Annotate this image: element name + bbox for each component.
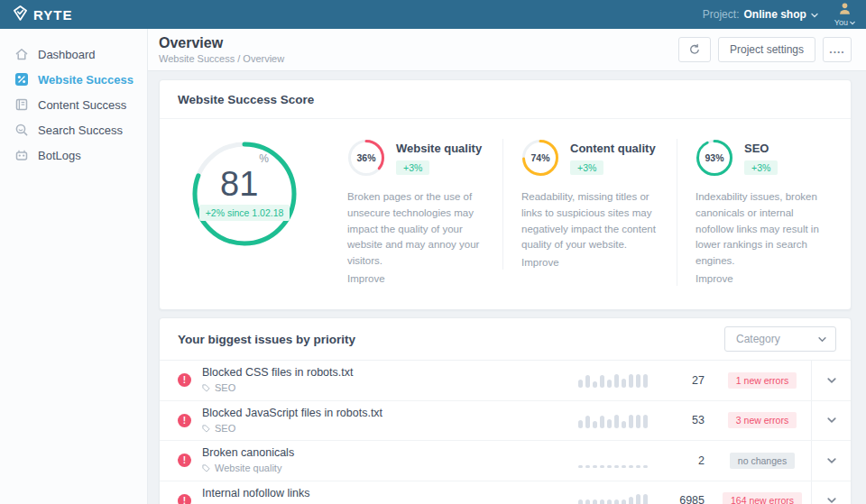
sidebar-item-website-success[interactable]: Website Success xyxy=(0,67,147,92)
expand-row-button[interactable] xyxy=(811,361,851,400)
improve-link[interactable]: Improve xyxy=(696,273,733,284)
chevron-down-icon xyxy=(850,21,855,25)
sidebar-item-label: Website Success xyxy=(38,73,134,87)
error-icon: ! xyxy=(178,414,191,427)
issues-card-title: Your biggest issues by priority xyxy=(178,333,355,346)
category-change-badge: +3% xyxy=(396,160,429,175)
sidebar-item-search-success[interactable]: Search Success xyxy=(0,117,147,142)
refresh-icon xyxy=(688,43,701,56)
sidebar-item-label: Content Success xyxy=(38,98,126,112)
project-label: Project: xyxy=(703,8,740,21)
more-button[interactable]: .... xyxy=(823,37,852,62)
issue-row-blocked-css[interactable]: ! Blocked CSS files in robots.txt SEO 27… xyxy=(160,361,851,401)
ryte-gem-icon xyxy=(13,5,28,24)
user-menu[interactable]: You xyxy=(834,2,855,27)
category-description: Broken pages or the use of unsecure tech… xyxy=(347,189,484,270)
sidebar-item-label: BotLogs xyxy=(38,149,81,162)
chevron-down-icon xyxy=(811,8,818,21)
issue-count: 2 xyxy=(658,454,705,467)
document-icon xyxy=(14,97,29,112)
seo-score: 93% xyxy=(696,139,733,177)
status-badge: 164 new errors xyxy=(723,492,802,504)
category-change-badge: +3% xyxy=(570,160,603,175)
category-change-badge: +3% xyxy=(744,160,778,175)
overall-score-value: 81 xyxy=(220,165,258,203)
issue-title: Blocked JavaScript files in robots.txt xyxy=(202,407,382,420)
issue-sparkline xyxy=(578,493,649,504)
sidebar-item-label: Dashboard xyxy=(38,48,96,61)
chevron-down-icon xyxy=(818,333,826,345)
error-icon: ! xyxy=(178,373,191,387)
issue-category: SEO xyxy=(215,423,235,435)
overall-score-change-badge: +2% since 1.02.18 xyxy=(199,205,290,221)
refresh-button[interactable] xyxy=(678,37,711,62)
sidebar-item-botlogs[interactable]: BotLogs xyxy=(0,142,147,168)
search-icon xyxy=(14,123,29,137)
project-settings-button[interactable]: Project settings xyxy=(718,37,815,62)
page-header: Overview Website Success / Overview Proj… xyxy=(148,29,866,71)
overall-score-ring: 81% +2% since 1.02.18 xyxy=(191,141,298,247)
overall-score: 81% +2% since 1.02.18 xyxy=(160,139,329,247)
website-quality-ring: 36% xyxy=(347,139,385,177)
content-quality-ring: 74% xyxy=(521,139,559,177)
project-name: Online shop xyxy=(743,8,806,21)
issue-count: 53 xyxy=(658,414,705,426)
error-icon: ! xyxy=(178,494,191,504)
main-content: Website Success Score 81% +2% since 1.02… xyxy=(148,71,866,504)
score-category-content-quality: 74% Content quality +3% Readability, mis… xyxy=(502,139,677,270)
avatar xyxy=(838,2,852,18)
expand-row-button[interactable] xyxy=(811,401,851,441)
category-description: Indexability issues, broken canonicals o… xyxy=(696,189,833,270)
score-category-seo: 93% SEO +3% Indexability issues, broken … xyxy=(677,139,851,286)
chevron-down-icon xyxy=(827,497,836,504)
tag-icon xyxy=(202,384,210,392)
category-title: Content quality xyxy=(570,139,656,155)
issue-row-blocked-js[interactable]: ! Blocked JavaScript files in robots.txt… xyxy=(160,401,851,442)
breadcrumb: Website Success / Overview xyxy=(159,53,284,65)
website-quality-score: 36% xyxy=(347,139,385,177)
category-title: Website quality xyxy=(396,139,482,155)
sidebar: Dashboard Website Success Content Succes… xyxy=(0,29,148,504)
status-badge: 3 new errors xyxy=(728,412,797,428)
user-label: You xyxy=(834,19,855,27)
issue-title: Internal nofollow links xyxy=(202,487,310,500)
chevron-down-icon xyxy=(827,457,836,464)
robot-icon xyxy=(14,148,29,162)
content-quality-score: 74% xyxy=(521,139,559,177)
issue-sparkline xyxy=(578,453,649,468)
status-badge: no changes xyxy=(730,453,795,469)
issue-row-internal-nofollow[interactable]: ! Internal nofollow links SEO 6985 164 n… xyxy=(160,481,851,504)
ryte-logo[interactable]: RYTE xyxy=(13,5,72,24)
issue-count: 6985 xyxy=(658,494,705,504)
sidebar-item-content-success[interactable]: Content Success xyxy=(0,92,147,117)
sidebar-item-label: Search Success xyxy=(38,124,123,137)
issue-count: 27 xyxy=(658,374,705,387)
home-icon xyxy=(14,47,29,61)
category-description: Readability, missing titles or links to … xyxy=(521,189,659,253)
sidebar-item-dashboard[interactable]: Dashboard xyxy=(0,41,147,67)
improve-link[interactable]: Improve xyxy=(347,273,385,284)
logo-text: RYTE xyxy=(33,7,72,23)
issue-title: Broken canonicals xyxy=(202,446,294,460)
issues-card: Your biggest issues by priority Category… xyxy=(159,317,852,504)
category-filter-value: Category xyxy=(736,333,780,345)
category-title: SEO xyxy=(744,139,778,155)
seo-ring: 93% xyxy=(696,139,733,177)
website-success-score-card: Website Success Score 81% +2% since 1.02… xyxy=(159,79,852,310)
issue-sparkline xyxy=(578,372,649,388)
improve-link[interactable]: Improve xyxy=(521,257,559,268)
issue-row-broken-canonicals[interactable]: ! Broken canonicals Website quality 2 no… xyxy=(160,441,851,481)
tag-icon xyxy=(202,464,210,472)
tag-icon xyxy=(202,425,210,433)
issue-category: Website quality xyxy=(215,463,281,474)
project-selector[interactable]: Project: Online shop xyxy=(703,8,818,21)
issue-category: SEO xyxy=(215,382,235,394)
percent-icon xyxy=(14,72,29,87)
top-navbar: RYTE Project: Online shop You xyxy=(0,0,866,29)
score-category-website-quality: 36% Website quality +3% Broken pages or … xyxy=(329,139,502,286)
overall-score-unit: % xyxy=(259,152,269,165)
expand-row-button[interactable] xyxy=(811,481,851,504)
status-badge: 1 new errors xyxy=(728,372,797,389)
category-filter-select[interactable]: Category xyxy=(724,326,836,352)
expand-row-button[interactable] xyxy=(811,441,851,481)
